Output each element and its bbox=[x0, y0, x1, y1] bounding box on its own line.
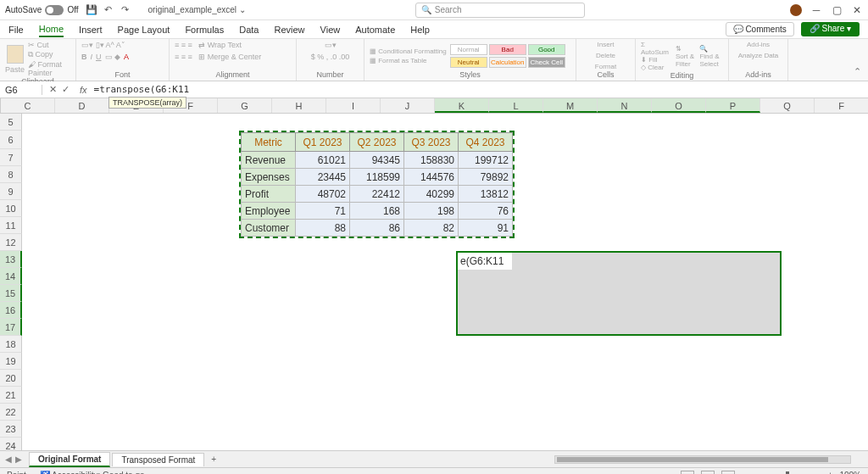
table-cell[interactable]: 61021 bbox=[296, 152, 350, 169]
table-header[interactable]: Metric bbox=[242, 133, 296, 152]
table-cell[interactable]: 158830 bbox=[404, 152, 459, 169]
tab-data[interactable]: Data bbox=[239, 23, 259, 36]
col-header-L[interactable]: L bbox=[489, 98, 543, 113]
conditional-formatting-button[interactable]: ▦ Conditional Formatting bbox=[370, 47, 447, 55]
col-header-O[interactable]: O bbox=[652, 98, 706, 113]
table-row-label[interactable]: Revenue bbox=[242, 152, 296, 169]
clear-button[interactable]: ◇ Clear bbox=[641, 64, 669, 71]
spreadsheet-grid[interactable]: CDEFGHIJKLMNOPQF 56789101112131415161718… bbox=[0, 98, 868, 450]
sheet-tab-original[interactable]: Original Format bbox=[29, 452, 110, 467]
table-cell[interactable]: 79892 bbox=[459, 169, 513, 186]
col-header-F[interactable]: F bbox=[815, 98, 868, 113]
row-header-22[interactable]: 22 bbox=[0, 404, 22, 421]
row-header-19[interactable]: 19 bbox=[0, 353, 22, 370]
sort-filter-button[interactable]: ⇅Sort & Filter bbox=[676, 45, 697, 68]
view-page-layout-icon[interactable] bbox=[701, 471, 715, 475]
table-cell[interactable]: 76 bbox=[459, 203, 513, 220]
table-cell[interactable]: 199712 bbox=[459, 152, 513, 169]
table-cell[interactable]: 198 bbox=[404, 203, 459, 220]
accessibility-status[interactable]: ♿ Accessibility: Good to go bbox=[40, 471, 145, 474]
row-header-8[interactable]: 8 bbox=[0, 166, 22, 183]
table-row-label[interactable]: Customer bbox=[242, 220, 296, 237]
table-header[interactable]: Q4 2023 bbox=[459, 133, 513, 152]
row-header-21[interactable]: 21 bbox=[0, 387, 22, 404]
table-row-label[interactable]: Profit bbox=[242, 186, 296, 203]
format-as-table-button[interactable]: ▦ Format as Table bbox=[370, 57, 447, 64]
find-select-button[interactable]: 🔍Find & Select bbox=[699, 45, 723, 68]
autosave-toggle[interactable]: AutoSave Off bbox=[5, 5, 79, 15]
tab-page-layout[interactable]: Page Layout bbox=[118, 23, 170, 36]
minimize-icon[interactable]: ─ bbox=[810, 4, 822, 16]
tab-view[interactable]: View bbox=[320, 23, 341, 36]
enter-icon[interactable]: ✓ bbox=[62, 84, 70, 95]
row-header-23[interactable]: 23 bbox=[0, 421, 22, 438]
table-cell[interactable]: 168 bbox=[350, 203, 404, 220]
formula-input[interactable]: =transpose(G6:K11 bbox=[91, 84, 868, 95]
row-header-24[interactable]: 24 bbox=[0, 438, 22, 450]
table-cell[interactable]: 48702 bbox=[296, 186, 350, 203]
col-header-J[interactable]: J bbox=[381, 98, 435, 113]
zoom-in-icon[interactable]: + bbox=[828, 471, 833, 474]
paste-button[interactable]: Paste bbox=[5, 45, 25, 74]
col-header-G[interactable]: G bbox=[218, 98, 272, 113]
row-header-9[interactable]: 9 bbox=[0, 183, 22, 200]
tab-automate[interactable]: Automate bbox=[355, 23, 395, 36]
copy-button[interactable]: ⧉ Copy bbox=[28, 50, 70, 59]
sheet-prev-icon[interactable]: ◀ bbox=[5, 454, 12, 464]
zoom-level[interactable]: 100% bbox=[839, 471, 861, 474]
col-header-N[interactable]: N bbox=[598, 98, 652, 113]
table-cell[interactable]: 88 bbox=[296, 220, 350, 237]
col-header-C[interactable]: C bbox=[1, 98, 55, 113]
table-cell[interactable]: 13812 bbox=[459, 186, 513, 203]
add-sheet-button[interactable]: + bbox=[204, 454, 223, 464]
style-check[interactable]: Check Cell bbox=[528, 57, 565, 68]
redo-icon[interactable]: ↷ bbox=[120, 4, 131, 16]
active-cell[interactable]: e(G6:K11 bbox=[458, 253, 512, 270]
row-header-18[interactable]: 18 bbox=[0, 336, 22, 353]
fx-icon[interactable]: fx bbox=[76, 85, 91, 95]
col-header-I[interactable]: I bbox=[326, 98, 381, 113]
style-bad[interactable]: Bad bbox=[489, 44, 526, 55]
style-calc[interactable]: Calculation bbox=[489, 57, 526, 68]
row-header-7[interactable]: 7 bbox=[0, 149, 22, 166]
col-header-K[interactable]: K bbox=[435, 98, 489, 113]
row-header-17[interactable]: 17 bbox=[0, 319, 22, 336]
col-header-Q[interactable]: Q bbox=[760, 98, 815, 113]
sheet-tab-transposed[interactable]: Transposed Format bbox=[112, 453, 204, 466]
comments-button[interactable]: 💬 Comments bbox=[726, 22, 794, 36]
table-cell[interactable]: 40299 bbox=[404, 186, 459, 203]
row-header-12[interactable]: 12 bbox=[0, 234, 22, 251]
table-cell[interactable]: 91 bbox=[459, 220, 513, 237]
row-header-15[interactable]: 15 bbox=[0, 285, 22, 302]
row-header-13[interactable]: 13 bbox=[0, 251, 22, 268]
avatar[interactable] bbox=[790, 4, 802, 16]
tab-review[interactable]: Review bbox=[274, 23, 304, 36]
col-header-M[interactable]: M bbox=[543, 98, 598, 113]
col-header-P[interactable]: P bbox=[706, 98, 760, 113]
zoom-out-icon[interactable]: − bbox=[742, 471, 747, 474]
data-table[interactable]: MetricQ1 2023Q2 2023Q3 2023Q4 2023Revenu… bbox=[241, 132, 513, 237]
autosum-button[interactable]: Σ AutoSum bbox=[641, 41, 669, 56]
undo-icon[interactable]: ↶ bbox=[103, 4, 114, 16]
view-page-break-icon[interactable] bbox=[721, 471, 735, 475]
table-header[interactable]: Q1 2023 bbox=[296, 133, 350, 152]
row-header-6[interactable]: 6 bbox=[0, 131, 22, 149]
table-cell[interactable]: 22412 bbox=[350, 186, 404, 203]
format-painter-button[interactable]: 🖌 Format Painter bbox=[28, 60, 70, 77]
horizontal-scrollbar[interactable] bbox=[554, 455, 851, 464]
fill-button[interactable]: ⬇ Fill bbox=[641, 56, 669, 64]
row-header-11[interactable]: 11 bbox=[0, 217, 22, 234]
tab-formulas[interactable]: Formulas bbox=[185, 23, 224, 36]
style-normal[interactable]: Normal bbox=[450, 44, 487, 55]
table-cell[interactable]: 94345 bbox=[350, 152, 404, 169]
sheet-next-icon[interactable]: ▶ bbox=[15, 454, 22, 464]
search-input[interactable]: 🔍 Search bbox=[415, 3, 585, 18]
col-header-H[interactable]: H bbox=[272, 98, 326, 113]
tab-file[interactable]: File bbox=[8, 23, 24, 36]
row-header-5[interactable]: 5 bbox=[0, 114, 22, 131]
table-cell[interactable]: 71 bbox=[296, 203, 350, 220]
tab-insert[interactable]: Insert bbox=[79, 23, 103, 36]
save-icon[interactable]: 💾 bbox=[86, 4, 97, 16]
close-icon[interactable]: ✕ bbox=[851, 4, 863, 16]
style-good[interactable]: Good bbox=[528, 44, 565, 55]
